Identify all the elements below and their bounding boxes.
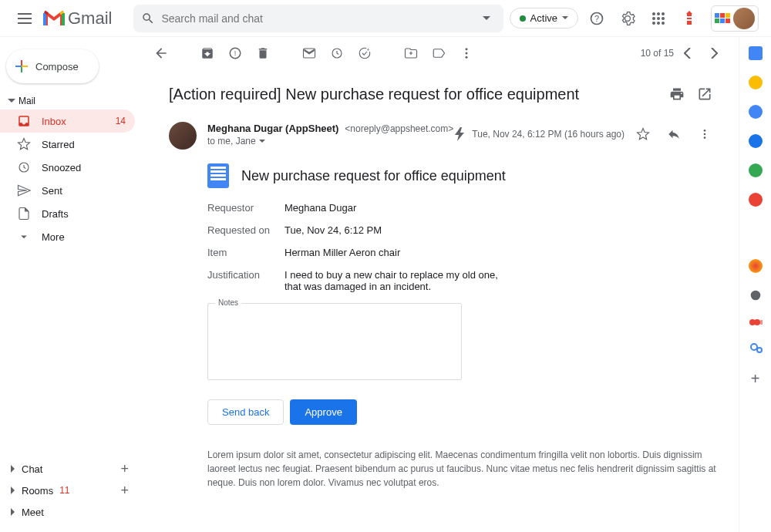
inbox-icon	[17, 114, 31, 128]
more-button[interactable]	[453, 41, 480, 66]
delete-button[interactable]	[249, 41, 277, 66]
search-icon	[141, 12, 155, 25]
svg-point-5	[652, 17, 655, 20]
sidebar-item-drafts[interactable]: Drafts	[0, 202, 135, 225]
print-button[interactable]	[665, 82, 689, 106]
field-value: Herman Miller Aeron chair	[284, 247, 717, 258]
sidebar-item-starred[interactable]: Starred	[0, 133, 135, 156]
voice-icon[interactable]	[749, 163, 763, 177]
send-icon	[17, 184, 31, 197]
svg-rect-12	[687, 16, 692, 18]
logo-text: Gmail	[68, 8, 112, 29]
star-icon	[17, 137, 31, 151]
recipients[interactable]: to me, Jane	[207, 136, 455, 146]
field-value: Meghana Dugar	[284, 202, 717, 214]
send-back-button[interactable]: Send back	[207, 399, 284, 425]
addon-icon-4[interactable]	[749, 342, 763, 355]
help-icon[interactable]: ?	[584, 6, 609, 31]
apps-icon[interactable]	[646, 6, 671, 31]
chevron-right-icon	[9, 465, 17, 473]
lighthouse-icon[interactable]	[677, 6, 702, 31]
back-button[interactable]	[147, 41, 175, 66]
calendar-icon[interactable]	[749, 46, 763, 60]
keep-icon[interactable]	[749, 76, 763, 89]
plus-icon	[15, 60, 28, 72]
sidebar-item-inbox[interactable]: Inbox 14	[0, 109, 135, 133]
notes-label: Notes	[215, 298, 241, 307]
chevron-down-icon	[8, 99, 15, 103]
message-more-button[interactable]	[692, 122, 717, 146]
settings-icon[interactable]	[615, 6, 640, 31]
rooms-section[interactable]: Rooms 11 +	[0, 480, 135, 501]
account-switcher[interactable]	[711, 5, 759, 32]
svg-point-31	[757, 348, 762, 352]
add-room-icon[interactable]: +	[120, 483, 129, 499]
svg-point-28	[754, 319, 760, 325]
star-button[interactable]	[631, 122, 655, 146]
spam-button[interactable]: !	[221, 41, 249, 66]
svg-text:+: +	[367, 47, 370, 52]
reply-button[interactable]	[662, 122, 686, 146]
main-menu-button[interactable]	[9, 3, 40, 34]
sidebar-item-snoozed[interactable]: Snoozed	[0, 156, 135, 179]
status-dot	[520, 15, 526, 22]
addon-icon-1[interactable]	[749, 259, 763, 273]
svg-text:?: ?	[594, 14, 599, 23]
prev-button[interactable]	[675, 41, 700, 66]
svg-point-8	[652, 22, 655, 25]
sender-avatar	[169, 122, 197, 150]
field-label: Justification	[207, 269, 284, 292]
svg-rect-13	[687, 19, 692, 21]
approve-button[interactable]: Approve	[290, 399, 356, 425]
tasks-icon[interactable]	[749, 105, 763, 119]
compose-button[interactable]: Compose	[6, 49, 99, 83]
search-box[interactable]	[133, 5, 503, 32]
sender-email: <noreply@appsheet.com>	[345, 123, 453, 134]
next-button[interactable]	[702, 41, 726, 66]
sidebar-item-more[interactable]: More	[0, 225, 135, 248]
open-new-button[interactable]	[692, 82, 717, 106]
search-options-icon[interactable]	[477, 16, 496, 21]
svg-point-2	[652, 12, 655, 15]
meet-section[interactable]: Meet	[0, 501, 135, 523]
gmail-logo[interactable]: Gmail	[43, 8, 112, 29]
search-input[interactable]	[161, 12, 477, 25]
maps-icon[interactable]	[749, 193, 763, 207]
addon-icon-3[interactable]	[749, 318, 763, 327]
sidebar-item-sent[interactable]: Sent	[0, 179, 135, 202]
add-task-button[interactable]: +	[351, 41, 379, 66]
field-value: I need to buy a new chair to replace my …	[284, 269, 500, 292]
chat-section[interactable]: Chat +	[0, 458, 135, 480]
chevron-right-icon	[9, 508, 17, 516]
pager-text: 10 of 15	[641, 48, 674, 59]
svg-point-3	[657, 12, 660, 15]
mail-section-header[interactable]: Mail	[0, 93, 135, 109]
label-button[interactable]	[425, 41, 453, 66]
mark-unread-button[interactable]	[295, 41, 323, 66]
clock-icon	[17, 160, 31, 174]
chevron-right-icon	[9, 487, 17, 494]
svg-text:!: !	[234, 49, 237, 57]
svg-point-6	[657, 17, 660, 20]
field-label: Requested on	[207, 224, 284, 236]
field-label: Requestor	[207, 202, 284, 214]
file-icon	[17, 207, 31, 221]
chevron-down-icon	[562, 16, 568, 20]
move-button[interactable]	[397, 41, 425, 66]
addon-icon-2[interactable]	[750, 291, 760, 301]
card-title: New purchase request for office equipmen…	[241, 168, 506, 184]
svg-point-22	[466, 52, 468, 55]
svg-point-9	[657, 22, 660, 25]
subject: [Action required] New purchase request f…	[169, 86, 579, 103]
notes-input[interactable]	[207, 303, 462, 380]
clipboard-icon	[207, 163, 229, 188]
archive-button[interactable]	[194, 41, 221, 66]
snooze-button[interactable]	[323, 41, 351, 66]
status-chip[interactable]: Active	[510, 8, 578, 29]
add-addon-button[interactable]: +	[751, 370, 760, 388]
field-value: Tue, Nov 24, 6:12 PM	[284, 224, 717, 236]
svg-point-21	[466, 48, 468, 50]
timestamp: Tue, Nov 24, 6:12 PM (16 hours ago)	[472, 129, 625, 140]
add-chat-icon[interactable]: +	[120, 461, 129, 477]
contacts-icon[interactable]	[749, 134, 763, 148]
